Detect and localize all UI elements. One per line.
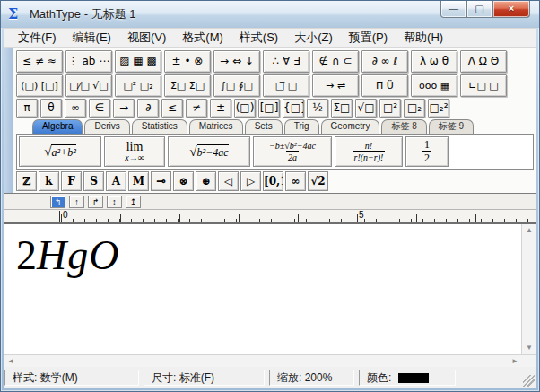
palette-button[interactable]: ▨ ▦ ▩ [115, 50, 161, 73]
symbol-button[interactable]: A [106, 171, 126, 191]
small-bar-button[interactable]: (□) [234, 99, 256, 118]
menu-item[interactable]: 编辑(E) [65, 28, 119, 48]
palette-button[interactable]: ∫□ ∮□ [213, 74, 260, 97]
small-bar-button[interactable]: ∂ [137, 99, 159, 118]
symbol-button[interactable]: ◁ [218, 171, 239, 191]
palette-button[interactable]: ∉ ∩ ⊂ [312, 50, 359, 73]
tabstop-button[interactable]: ↱ [88, 196, 103, 208]
equation-editing-area[interactable]: 2HgO [4, 224, 521, 354]
symbol-button[interactable]: ⊗ [173, 171, 194, 191]
symbol-button[interactable]: k [39, 171, 59, 191]
menu-item[interactable]: 帮助(H) [396, 28, 451, 48]
color-swatch [398, 373, 429, 383]
small-bar-button[interactable]: ≤ [161, 99, 183, 118]
small-bar-button[interactable]: {□} [283, 99, 304, 118]
symbol-button[interactable]: ℤ [16, 171, 37, 191]
small-bar-button[interactable]: □₂² [428, 99, 449, 118]
symbol-button[interactable]: S [83, 171, 104, 191]
template-combination[interactable]: n!r!(n−r)! [335, 136, 403, 167]
palette-tab[interactable]: Statistics [132, 119, 187, 134]
maximize-button[interactable]: ▢ [466, 1, 492, 18]
scroll-down-icon[interactable]: ▼ [526, 344, 533, 353]
template-quadratic-formula[interactable]: −b±√b²−4ac2a [253, 136, 332, 167]
symbol-button[interactable]: M [128, 171, 149, 191]
palette-button[interactable]: ∴ ∀ ∃ [263, 50, 309, 73]
minimize-button[interactable]: — [440, 1, 466, 18]
menu-bar: 文件(F)编辑(E)视图(V)格式(M)样式(S)大小(Z)预置(P)帮助(H) [4, 28, 536, 48]
small-bar-button[interactable]: ∞ [65, 99, 86, 118]
small-bar-button[interactable]: √□ [355, 99, 377, 118]
vertical-scrollbar[interactable]: ▲ ▼ [521, 224, 536, 354]
limit-text: lim [126, 141, 144, 153]
template-discriminant[interactable]: √b²−4ac [168, 136, 250, 167]
symbol-button[interactable]: √2 [308, 171, 328, 191]
small-bar-button[interactable]: [□] [258, 99, 280, 118]
tabstop-button[interactable]: ↰ [50, 196, 65, 208]
symbol-button[interactable]: ⊕ [196, 171, 216, 191]
status-color: 颜色: [359, 370, 456, 386]
palette-button[interactable]: ± • ⊗ [164, 50, 211, 73]
small-bar-button[interactable]: ± [210, 99, 231, 118]
palette-button[interactable]: ooo ▦ [411, 74, 457, 97]
fraction-denominator: 2 [422, 151, 431, 164]
palette-button[interactable]: Σ□ Σ□ [164, 74, 211, 97]
palette-button[interactable]: → ⇌ [312, 74, 359, 97]
palette-button[interactable]: ⋮ ab ⋯ [65, 50, 112, 73]
small-bar-button[interactable]: ∈ [89, 99, 110, 118]
palette-button[interactable]: → ⇔ ↓ [213, 50, 260, 73]
template-limit[interactable]: limx→∞ [104, 136, 165, 167]
small-bar-button[interactable]: → [113, 99, 135, 118]
menu-item[interactable]: 样式(S) [231, 28, 286, 48]
menu-item[interactable]: 大小(Z) [286, 28, 341, 48]
menu-item[interactable]: 文件(F) [10, 28, 65, 48]
menu-item[interactable]: 预置(P) [341, 28, 396, 48]
tabstop-button[interactable]: ↥ [126, 196, 141, 208]
palette-button[interactable]: □⁄□ √□ [65, 74, 112, 97]
menu-item[interactable]: 视图(V) [119, 28, 174, 48]
small-bar-button[interactable]: ≠ [186, 99, 207, 118]
small-bar-button[interactable]: π [16, 99, 38, 118]
resize-grip[interactable] [523, 375, 535, 387]
scroll-up-icon[interactable]: ▲ [526, 226, 533, 235]
tabstop-button[interactable]: ↑ [69, 196, 84, 208]
symbol-button[interactable]: [0,1] [263, 171, 283, 191]
small-bar-button[interactable]: θ [40, 99, 62, 118]
small-bar-button[interactable]: Σ□ [331, 99, 353, 118]
palette-button[interactable]: Π̈ Ü [361, 74, 408, 97]
palette-tab[interactable]: 标签 9 [429, 119, 474, 134]
tabstop-button[interactable]: ↨ [107, 196, 122, 208]
horizontal-scrollbar[interactable]: ◄ ► [4, 354, 536, 367]
small-bar-button[interactable]: □² [379, 99, 401, 118]
palette-tab[interactable]: Sets [245, 119, 283, 134]
ruler[interactable]: 0 5 [4, 210, 536, 224]
palette-button[interactable]: □² □₂ [115, 74, 161, 97]
palette-button[interactable]: ≤ ≠ ≈ [16, 50, 63, 73]
symbol-button[interactable]: ▷ [240, 171, 261, 191]
template-one-half[interactable]: 12 [405, 136, 449, 167]
symbol-button[interactable]: F [61, 171, 82, 191]
palette-button[interactable]: Λ Ω Θ [460, 50, 507, 73]
small-bar-button[interactable]: ½ [307, 99, 328, 118]
symbol-button[interactable]: ⊸ [151, 171, 171, 191]
app-sigma-icon[interactable]: Σ [8, 6, 26, 22]
scroll-right-icon[interactable]: ► [511, 357, 518, 366]
palette-tab[interactable]: Geometry [321, 119, 380, 134]
template-sqrt-a2b2[interactable]: √a²+b² [19, 136, 101, 167]
palette-tab[interactable]: Trig [284, 119, 319, 134]
scroll-left-icon[interactable]: ◄ [7, 357, 14, 366]
palette-button[interactable]: (□) [□] [16, 74, 63, 97]
toolbar-grip-handle[interactable] [4, 48, 13, 193]
menu-item[interactable]: 格式(M) [174, 28, 231, 48]
small-bar-button[interactable]: □₂ [404, 99, 425, 118]
symbol-button[interactable]: ∞ [285, 171, 306, 191]
palette-button[interactable]: λ ω θ [411, 50, 457, 73]
close-button[interactable]: × [492, 1, 530, 18]
palette-tab[interactable]: Algebra [32, 119, 83, 134]
palette-tab[interactable]: 标签 8 [381, 119, 426, 134]
radical-sign: √ [44, 144, 51, 160]
palette-button[interactable]: ∂ ∞ ℓ [361, 50, 408, 73]
palette-button[interactable]: □̅ □̲ [263, 74, 309, 97]
palette-tab[interactable]: Derivs [84, 119, 129, 134]
palette-tab[interactable]: Matrices [189, 119, 243, 134]
palette-button[interactable]: ∟□ □ [460, 74, 507, 97]
